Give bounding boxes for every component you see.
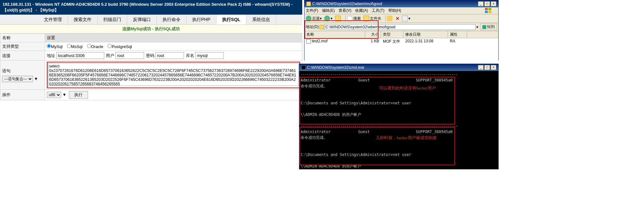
forward-button[interactable]: ▾ <box>324 16 333 21</box>
maximize-button[interactable]: □ <box>484 1 490 6</box>
minimize-button[interactable]: _ <box>478 65 484 70</box>
pass-label: 密码 <box>146 53 154 58</box>
back-icon <box>306 16 311 21</box>
col-attr[interactable]: 属性 <box>448 31 467 38</box>
col-type[interactable]: 类型 <box>381 31 403 38</box>
db-label: 库名 <box>186 53 194 58</box>
cmd-window: C:\WINDOWS\system32\cmd.exe _ □ × ------… <box>299 64 499 169</box>
folder-icon <box>306 2 311 6</box>
db-input[interactable] <box>195 52 224 59</box>
explorer-menubar: 文件(F) 编辑(E) 查看(V) 收藏(A) 工具(T) 帮助(H) <box>304 7 498 14</box>
menu-file[interactable]: 文件(F) <box>306 8 318 13</box>
execute-button[interactable]: 执行 <box>69 91 88 99</box>
tab-search[interactable]: 搜索文件 <box>68 15 98 25</box>
config-table: 名称 设置 支持类型 MySql MsSql Oracle PostgreSql… <box>0 33 302 100</box>
tab-cmd[interactable]: 执行命令 <box>157 15 187 25</box>
op-cell: utf8 ▼ 执行 <box>45 90 302 100</box>
conn-cell: 地址 用户 密码 库名 <box>45 51 302 60</box>
row-op-label: 操作 <box>0 90 45 100</box>
go-icon <box>482 25 486 29</box>
tab-sql[interactable]: 执行SQL <box>216 15 246 25</box>
addr-label: 地址 <box>47 53 55 58</box>
tab-php[interactable]: 执行PHP <box>187 15 216 25</box>
user-label: 用户 <box>106 53 114 58</box>
explorer-window: C:\WINDOWS\system32\wbem\mof\good _ □ × … <box>304 0 499 60</box>
col-name[interactable]: 名称 <box>304 31 365 38</box>
row-conn-label: 连接 <box>0 51 45 60</box>
search-icon <box>347 16 353 21</box>
sql-cell <box>45 60 302 90</box>
explorer-titlebar: C:\WINDOWS\system32\wbem\mof\good _ □ × <box>304 0 498 7</box>
row-type-label: 支持类型 <box>0 42 45 51</box>
cmd-output[interactable]: ----------------------------------------… <box>299 71 498 168</box>
menu-edit[interactable]: 编辑(E) <box>322 8 335 13</box>
cmd-title: C:\WINDOWS\system32\cmd.exe <box>307 65 364 70</box>
status-bar: 连接MySql成功 - 执行SQL成功 <box>0 25 302 33</box>
tab-sysinfo[interactable]: 系统信息 <box>246 15 276 25</box>
radio-oracle[interactable] <box>87 44 91 48</box>
back-button[interactable]: 后退 ▾ <box>306 16 322 21</box>
sql-textarea[interactable] <box>48 63 299 86</box>
radio-mysql[interactable] <box>47 44 51 48</box>
forward-icon <box>324 16 330 21</box>
folders-icon <box>363 16 369 21</box>
menu-favorites[interactable]: 收藏(A) <box>355 8 368 13</box>
folder-icon <box>319 25 324 29</box>
webshell-panel: 192.168.31.131 - Windows NT ADMIN-AD4C9D… <box>0 0 302 219</box>
up-icon <box>335 16 341 21</box>
hdr-setting: 设置 <box>45 34 302 42</box>
file-row[interactable]: test2.mof 1 KB MOF 文件 2022-1-31 13:08 RA <box>304 38 498 45</box>
up-button[interactable] <box>335 16 341 21</box>
minimize-button[interactable]: _ <box>478 1 484 6</box>
menu-view[interactable]: 查看(V) <box>339 8 351 13</box>
properties-icon <box>402 16 408 21</box>
tab-file[interactable]: 文件管理 <box>38 15 68 25</box>
col-size[interactable]: 大小 <box>365 31 381 38</box>
file-icon <box>306 39 311 44</box>
folders-button[interactable]: 文件夹 <box>363 16 381 21</box>
explorer-toolbar: 后退 ▾ ▾ 搜索 文件夹 ✕ ▾ <box>304 14 498 23</box>
windows-logo-icon <box>485 8 494 14</box>
db-type-radios: MySql MsSql Oracle PostgreSql <box>45 42 302 51</box>
address-input[interactable] <box>325 24 476 30</box>
user-input[interactable] <box>115 52 144 59</box>
address-label: 地址(D) <box>306 24 319 30</box>
pass-input[interactable] <box>155 52 184 59</box>
sql-preset-select[interactable]: ---语句集合--- <box>2 76 33 82</box>
tab-reverse[interactable]: 反弹端口 <box>127 15 157 25</box>
explorer-title: C:\WINDOWS\system32\wbem\mof\good <box>312 2 382 6</box>
menu-help[interactable]: 帮助(H) <box>388 8 401 13</box>
search-button[interactable]: 搜索 <box>347 16 361 21</box>
tab-scan[interactable]: 扫描后门 <box>98 15 127 25</box>
row-sql-label: 语句 ---语句集合--- ▼ <box>0 60 45 90</box>
views-icon <box>387 16 392 21</box>
close-button[interactable]: × <box>491 65 496 70</box>
charset-select[interactable]: utf8 <box>47 92 61 98</box>
file-list-header: 名称 大小 类型 修改日期 属性 <box>304 31 498 38</box>
menu-tools[interactable]: 工具(T) <box>372 8 384 13</box>
annotation-1: 可以看到此时还没有hacker用户 <box>379 85 436 91</box>
sql-highlight-box <box>47 62 300 88</box>
address-bar: 地址(D) ▾ 转到 <box>304 23 498 31</box>
views-button[interactable] <box>387 16 393 21</box>
webshell-titlebar: 192.168.31.131 - Windows NT ADMIN-AD4C9D… <box>0 0 302 15</box>
hdr-name: 名称 <box>0 34 45 42</box>
cmd-icon <box>301 65 306 70</box>
addr-input[interactable] <box>56 52 104 59</box>
annotation-2: 几秒时候，hacker用户被成功创建 <box>376 135 437 141</box>
close-button[interactable]: × <box>491 1 496 6</box>
cmd-titlebar: C:\WINDOWS\system32\cmd.exe _ □ × <box>299 64 498 71</box>
go-button[interactable]: 转到 <box>480 24 497 30</box>
delete-button[interactable]: ✕ <box>396 16 399 21</box>
radio-postgresql[interactable] <box>107 44 112 48</box>
tab-bar: 文件管理 搜索文件 扫描后门 反弹端口 执行命令 执行PHP 执行SQL 系统信… <box>0 15 302 25</box>
maximize-button[interactable]: □ <box>484 65 490 70</box>
file-list: 名称 大小 类型 修改日期 属性 test2.mof 1 KB MOF 文件 2… <box>304 31 498 60</box>
properties-button[interactable]: ▾ <box>402 16 410 21</box>
col-date[interactable]: 修改日期 <box>403 31 448 38</box>
radio-mssql[interactable] <box>67 44 71 48</box>
